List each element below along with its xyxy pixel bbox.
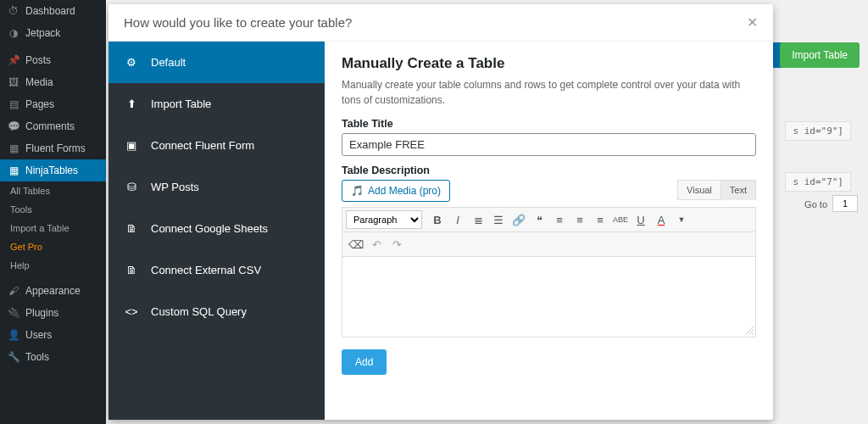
form-icon: ▦ [7,142,20,154]
shortcode-snippet: s id="7"] [785,172,851,192]
database-icon: ⛁ [124,181,139,193]
nav-google-sheets[interactable]: 🗎Connect Google Sheets [108,208,325,249]
content-description: Manually create your table columns and r… [342,77,756,108]
sidebar-item-dashboard[interactable]: ⏱Dashboard [0,0,106,22]
brush-icon: 🖌 [7,285,20,297]
gear-icon: ⚙ [124,56,139,69]
circle-icon: ◑ [7,27,20,39]
number-list-icon[interactable]: ☰ [488,209,509,230]
editor-toolbar: Paragraph B I ≣ ☰ 🔗 ❝ ≡ ≡ ≡ ABE U A ▼ [342,207,756,232]
nav-fluent-form[interactable]: ▣Connect Fluent Form [108,125,325,166]
sidebar-sub-alltables[interactable]: All Tables [0,181,106,200]
content-heading: Manually Create a Table [342,55,756,72]
sheet-icon: 🗎 [124,222,139,235]
goto-label: Go to [804,199,827,209]
upload-icon: ⬆ [124,98,139,110]
tab-text[interactable]: Text [721,180,756,200]
clear-icon[interactable]: ⌫ [346,234,366,254]
speedometer-icon: ⏱ [7,5,20,17]
undo-icon[interactable]: ↶ [366,234,387,254]
redo-icon[interactable]: ↷ [387,234,407,254]
nav-import-table[interactable]: ⬆Import Table [108,83,325,125]
bold-icon[interactable]: B [427,209,448,230]
code-icon: <> [124,305,139,318]
user-icon: 👤 [7,329,20,341]
table-desc-label: Table Description [342,165,756,176]
camera-icon: 🖼 [7,76,20,88]
modal-nav: ⚙Default ⬆Import Table ▣Connect Fluent F… [108,42,325,420]
description-editor[interactable] [342,257,756,338]
import-table-button[interactable]: Import Table [780,42,860,68]
sidebar-sub-getpro[interactable]: Get Pro [0,237,106,256]
sidebar-item-jetpack[interactable]: ◑Jetpack [0,22,106,44]
nav-sql-query[interactable]: <>Custom SQL Query [108,291,325,332]
align-right-icon[interactable]: ≡ [590,209,610,230]
page-icon: ▤ [7,98,20,110]
sheet-icon: 🗎 [124,264,139,276]
close-icon[interactable]: ✕ [747,14,758,31]
create-table-modal: How would you like to create your table?… [108,4,773,420]
form-icon: ▣ [124,139,139,152]
bullet-list-icon[interactable]: ≣ [468,209,488,230]
modal-title: How would you like to create your table? [124,15,352,30]
nav-default[interactable]: ⚙Default [108,42,325,83]
shortcode-snippet: s id="9"] [785,121,851,141]
sidebar-item-media[interactable]: 🖼Media [0,71,106,93]
wp-admin-sidebar: ⏱Dashboard ◑Jetpack 📌Posts 🖼Media ▤Pages… [0,0,106,424]
comment-icon: 💬 [7,120,20,132]
add-button[interactable]: Add [342,349,387,375]
sidebar-sub-tools[interactable]: Tools [0,200,106,219]
sidebar-sub-import[interactable]: Import a Table [0,219,106,237]
nav-external-csv[interactable]: 🗎Connect External CSV [108,249,325,291]
add-media-button[interactable]: 🎵Add Media (pro) [342,180,450,202]
pin-icon: 📌 [7,54,20,66]
align-left-icon[interactable]: ≡ [549,209,570,230]
italic-icon[interactable]: I [448,209,468,230]
tab-visual[interactable]: Visual [677,180,721,200]
nav-wp-posts[interactable]: ⛁WP Posts [108,166,325,208]
modal-content: Manually Create a Table Manually create … [325,42,773,420]
table-icon: ▦ [7,165,20,176]
table-title-input[interactable] [342,133,756,156]
quote-icon[interactable]: ❝ [529,209,549,230]
underline-icon[interactable]: U [631,209,651,230]
editor-toolbar-row2: ⌫ ↶ ↷ [342,232,756,257]
sidebar-item-fluentforms[interactable]: ▦Fluent Forms [0,137,106,159]
modal-header: How would you like to create your table?… [108,4,773,42]
sidebar-item-appearance[interactable]: 🖌Appearance [0,280,106,302]
plug-icon: 🔌 [7,307,20,319]
sidebar-item-posts[interactable]: 📌Posts [0,49,106,71]
sidebar-item-users[interactable]: 👤Users [0,324,106,346]
sidebar-item-ninjatables[interactable]: ▦NinjaTables [0,159,106,181]
link-icon[interactable]: 🔗 [509,209,529,230]
text-color-icon[interactable]: A [651,209,671,230]
sidebar-sub-help[interactable]: Help [0,256,106,275]
sidebar-item-pages[interactable]: ▤Pages [0,93,106,115]
paragraph-select[interactable]: Paragraph [346,210,422,229]
media-icon: 🎵 [351,185,364,197]
chevron-down-icon[interactable]: ▼ [671,209,692,230]
sidebar-item-tools[interactable]: 🔧Tools [0,346,106,368]
resize-handle-icon[interactable] [745,326,754,335]
table-title-label: Table Title [342,118,756,130]
sidebar-item-comments[interactable]: 💬Comments [0,115,106,137]
align-center-icon[interactable]: ≡ [570,209,590,230]
wrench-icon: 🔧 [7,351,20,363]
sidebar-item-plugins[interactable]: 🔌Plugins [0,302,106,324]
goto-input[interactable] [832,195,858,212]
strike-icon[interactable]: ABE [610,209,631,230]
